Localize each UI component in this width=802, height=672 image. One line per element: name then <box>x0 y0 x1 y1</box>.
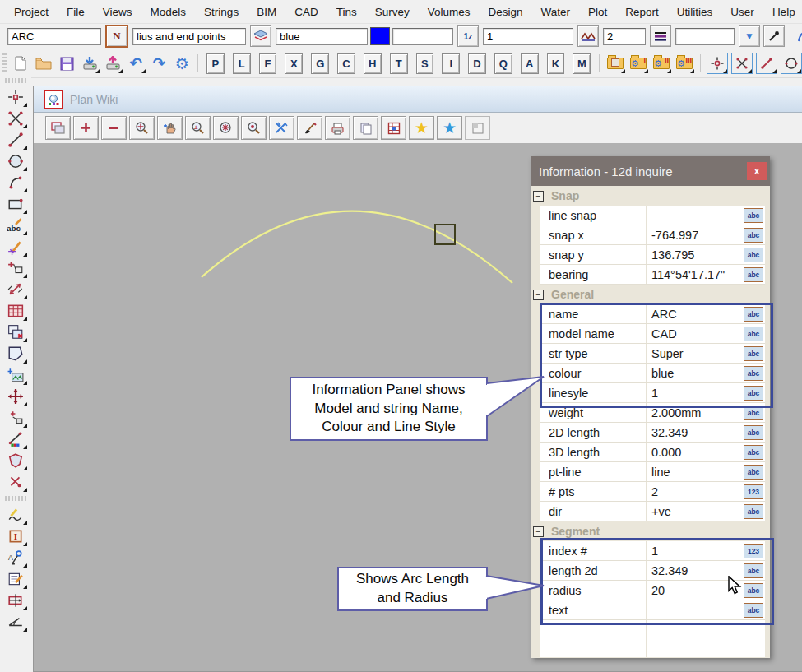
copy-view-icon[interactable] <box>353 116 378 140</box>
plan-crop-tool-icon[interactable] <box>4 590 27 610</box>
symbol-pencil-tool-icon[interactable] <box>4 236 27 257</box>
traverse-tool-icon[interactable] <box>4 407 27 428</box>
zoom-all-icon[interactable] <box>213 116 239 140</box>
redo-icon[interactable]: ↷ <box>149 53 169 73</box>
layout-square-icon[interactable] <box>465 116 490 140</box>
snap-info-button[interactable]: I <box>442 53 460 74</box>
menu-tins[interactable]: Tins <box>327 6 366 18</box>
collapse-icon[interactable]: − <box>533 290 544 300</box>
snap-grid-button[interactable]: G <box>311 53 329 74</box>
menu-plot[interactable]: Plot <box>579 6 616 18</box>
abc-field-icon[interactable]: abc <box>744 267 763 282</box>
row-value[interactable]: +ve <box>647 505 744 518</box>
abc-field-icon[interactable]: abc <box>744 366 763 381</box>
tinable-input[interactable] <box>675 28 735 45</box>
text-tool-icon[interactable]: abc <box>4 215 27 235</box>
undo-icon[interactable]: ↶ <box>126 53 146 73</box>
image-tool-icon[interactable] <box>4 364 27 385</box>
linestyle-input[interactable] <box>483 28 573 45</box>
menu-cad[interactable]: CAD <box>285 6 327 18</box>
toolbar-grip[interactable] <box>2 53 7 73</box>
menu-models[interactable]: Models <box>141 6 196 18</box>
menu-help[interactable]: Help <box>763 6 802 18</box>
abc-field-icon[interactable]: abc <box>744 346 763 361</box>
row-value[interactable]: line <box>647 466 744 479</box>
menu-views[interactable]: Views <box>94 6 141 18</box>
dropdown-button[interactable]: ▼ <box>739 25 760 47</box>
rectangle-tool-icon[interactable] <box>4 193 27 214</box>
menu-survey[interactable]: Survey <box>366 6 419 18</box>
linestyle-chooser-icon[interactable] <box>577 25 599 47</box>
eyedropper-button[interactable] <box>763 25 785 47</box>
colour-input[interactable] <box>276 28 368 45</box>
zoom-plus-minus-icon[interactable]: ± <box>185 116 211 140</box>
abc-field-icon[interactable]: abc <box>744 425 763 440</box>
numeric-field-icon[interactable]: 123 <box>744 544 763 558</box>
colour-swatch-button[interactable] <box>370 26 390 46</box>
weight-chooser-icon[interactable] <box>650 25 671 47</box>
row-value[interactable]: Super <box>647 347 744 360</box>
z-value-icon[interactable]: 1z <box>457 25 479 47</box>
new-file-icon[interactable] <box>11 53 30 73</box>
section-header-general[interactable]: − General <box>531 285 770 304</box>
row-value[interactable]: 32.349 <box>647 426 744 439</box>
name-toggle-button[interactable]: N <box>105 25 128 48</box>
abc-field-icon[interactable]: abc <box>744 386 763 401</box>
numeric-field-icon[interactable]: 123 <box>744 484 763 499</box>
plot-print-icon[interactable] <box>325 116 350 140</box>
angle-line-tool-icon[interactable] <box>4 611 27 632</box>
row-value[interactable]: 0.000 <box>647 446 744 459</box>
weight-input[interactable] <box>603 28 646 45</box>
row-value[interactable]: 2 <box>647 485 744 498</box>
create-node-icon[interactable] <box>731 53 753 74</box>
x-node-tool-icon[interactable] <box>4 108 27 128</box>
project-folder-1-icon[interactable]: ⚙I <box>628 53 648 73</box>
menu-user[interactable]: User <box>721 6 763 18</box>
menu-strings[interactable]: Strings <box>195 6 248 18</box>
create-circle-icon[interactable] <box>781 53 802 74</box>
height-input[interactable] <box>392 28 453 45</box>
snap-a-button[interactable]: A <box>521 53 539 74</box>
favourite-blue-star-icon[interactable]: ★ <box>437 116 462 140</box>
abc-field-icon[interactable]: abc <box>744 445 763 460</box>
point-tool-icon[interactable] <box>4 86 27 107</box>
snap-cursor-button[interactable]: C <box>337 53 355 74</box>
abc-field-icon[interactable]: abc <box>744 465 763 480</box>
row-value[interactable]: 1 <box>647 387 744 400</box>
circle-tool-icon[interactable] <box>4 151 27 171</box>
collapse-icon[interactable]: − <box>533 191 544 202</box>
note-edit-tool-icon[interactable] <box>4 568 27 589</box>
create-point-icon[interactable] <box>707 53 728 74</box>
abc-field-icon[interactable]: abc <box>744 208 763 223</box>
close-button[interactable]: x <box>747 162 767 180</box>
abc-field-icon[interactable]: abc <box>744 228 763 243</box>
menu-volumes[interactable]: Volumes <box>419 6 480 18</box>
snap-d-button[interactable]: D <box>468 53 486 74</box>
information-panel-titlebar[interactable]: Information - 12d inquire x <box>531 156 770 186</box>
line-tool-icon[interactable] <box>4 129 27 150</box>
favourite-yellow-star-icon[interactable]: ★ <box>409 116 434 140</box>
abc-field-icon[interactable]: abc <box>744 583 763 598</box>
windows-menu-icon[interactable] <box>45 116 71 140</box>
grid-settings-icon[interactable] <box>381 116 406 140</box>
arc-tool-icon[interactable] <box>4 172 27 192</box>
zoom-in-icon[interactable] <box>73 116 99 140</box>
menu-file[interactable]: File <box>58 6 94 18</box>
row-value[interactable]: 2.000mm <box>647 406 744 419</box>
abc-field-icon[interactable]: abc <box>744 504 763 519</box>
grid-tool-icon[interactable] <box>4 300 27 321</box>
measure-tool-icon[interactable] <box>4 279 27 299</box>
snap-k-button[interactable]: K <box>547 53 565 74</box>
polygon-page-tool-icon[interactable] <box>4 343 27 364</box>
section-header-snap[interactable]: − Snap <box>531 186 770 206</box>
abc-field-icon[interactable]: abc <box>744 406 763 420</box>
plan-window-titlebar[interactable]: Plan Wiki <box>34 86 802 113</box>
menu-report[interactable]: Report <box>616 6 668 18</box>
row-value[interactable]: -764.997 <box>647 229 744 242</box>
delete-x-tool-icon[interactable] <box>4 471 27 492</box>
string-name-input[interactable] <box>7 28 101 45</box>
row-value[interactable]: CAD <box>647 327 744 341</box>
colour-line-tool-icon[interactable] <box>4 429 27 449</box>
model-folder-icon[interactable] <box>605 53 625 73</box>
create-line-icon[interactable] <box>756 53 777 74</box>
